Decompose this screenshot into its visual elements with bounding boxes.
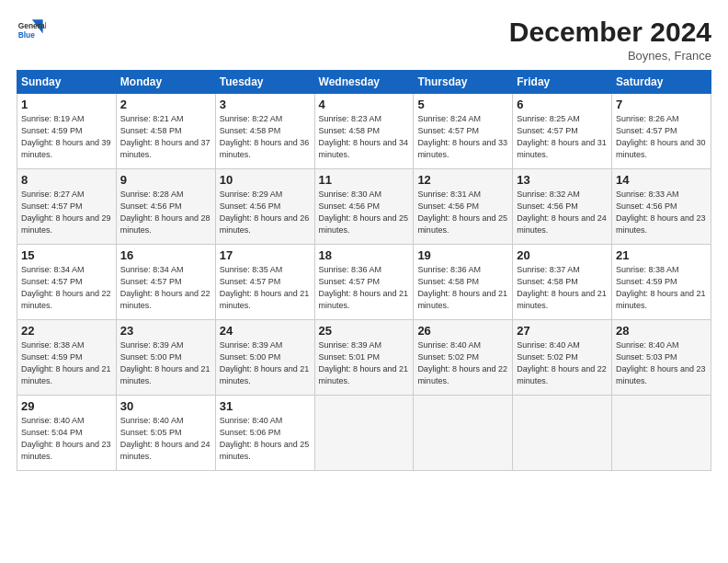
- day-number: 30: [120, 399, 211, 413]
- day-number: 20: [517, 248, 608, 262]
- day-number: 23: [120, 324, 211, 338]
- day-cell: 17Sunrise: 8:35 AMSunset: 4:57 PMDayligh…: [215, 245, 314, 320]
- day-info: Sunrise: 8:40 AMSunset: 5:02 PMDaylight:…: [417, 340, 507, 385]
- day-cell: 5Sunrise: 8:24 AMSunset: 4:57 PMDaylight…: [414, 94, 513, 169]
- day-cell: 7Sunrise: 8:26 AMSunset: 4:57 PMDaylight…: [612, 94, 711, 169]
- day-info: Sunrise: 8:35 AMSunset: 4:57 PMDaylight:…: [220, 265, 310, 310]
- day-number: 13: [517, 173, 608, 187]
- day-number: 1: [21, 98, 112, 111]
- day-cell: 30Sunrise: 8:40 AMSunset: 5:05 PMDayligh…: [116, 396, 215, 471]
- day-info: Sunrise: 8:25 AMSunset: 4:57 PMDaylight:…: [517, 114, 607, 159]
- day-number: 24: [220, 324, 311, 338]
- day-cell: 27Sunrise: 8:40 AMSunset: 5:02 PMDayligh…: [513, 320, 612, 396]
- day-cell: 9Sunrise: 8:28 AMSunset: 4:56 PMDaylight…: [116, 169, 215, 245]
- day-cell: 14Sunrise: 8:33 AMSunset: 4:56 PMDayligh…: [612, 169, 711, 245]
- day-info: Sunrise: 8:37 AMSunset: 4:58 PMDaylight:…: [517, 265, 607, 310]
- day-header-wednesday: Wednesday: [314, 71, 414, 94]
- day-cell: 13Sunrise: 8:32 AMSunset: 4:56 PMDayligh…: [513, 169, 612, 245]
- calendar-table: SundayMondayTuesdayWednesdayThursdayFrid…: [17, 70, 711, 471]
- day-number: 18: [319, 248, 410, 262]
- day-cell: 3Sunrise: 8:22 AMSunset: 4:58 PMDaylight…: [215, 94, 314, 169]
- day-cell: 4Sunrise: 8:23 AMSunset: 4:58 PMDaylight…: [314, 94, 414, 169]
- day-cell: 20Sunrise: 8:37 AMSunset: 4:58 PMDayligh…: [513, 245, 612, 320]
- week-row-2: 8Sunrise: 8:27 AMSunset: 4:57 PMDaylight…: [17, 169, 711, 245]
- day-info: Sunrise: 8:38 AMSunset: 4:59 PMDaylight:…: [616, 265, 706, 310]
- day-info: Sunrise: 8:36 AMSunset: 4:57 PMDaylight:…: [319, 265, 409, 310]
- day-cell: 6Sunrise: 8:25 AMSunset: 4:57 PMDaylight…: [513, 94, 612, 169]
- day-cell: 10Sunrise: 8:29 AMSunset: 4:56 PMDayligh…: [215, 169, 314, 245]
- day-info: Sunrise: 8:19 AMSunset: 4:59 PMDaylight:…: [21, 114, 111, 159]
- day-info: Sunrise: 8:39 AMSunset: 5:00 PMDaylight:…: [220, 340, 310, 385]
- day-number: 3: [220, 98, 311, 111]
- day-number: 15: [21, 248, 112, 262]
- day-header-tuesday: Tuesday: [215, 71, 314, 94]
- day-number: 21: [616, 248, 707, 262]
- day-cell: 31Sunrise: 8:40 AMSunset: 5:06 PMDayligh…: [215, 396, 314, 471]
- day-info: Sunrise: 8:29 AMSunset: 4:56 PMDaylight:…: [220, 190, 310, 235]
- day-info: Sunrise: 8:40 AMSunset: 5:06 PMDaylight:…: [220, 416, 310, 461]
- day-cell: 19Sunrise: 8:36 AMSunset: 4:58 PMDayligh…: [414, 245, 513, 320]
- header: General Blue December 2024 Boynes, Franc…: [17, 17, 711, 63]
- day-number: 16: [120, 248, 211, 262]
- header-row: SundayMondayTuesdayWednesdayThursdayFrid…: [17, 71, 711, 94]
- day-cell: 1Sunrise: 8:19 AMSunset: 4:59 PMDaylight…: [17, 94, 117, 169]
- day-number: 6: [517, 98, 608, 111]
- day-number: 10: [220, 173, 311, 187]
- day-number: 29: [21, 399, 112, 413]
- day-number: 25: [319, 324, 410, 338]
- day-header-sunday: Sunday: [17, 71, 117, 94]
- day-number: 22: [21, 324, 112, 338]
- day-info: Sunrise: 8:39 AMSunset: 5:00 PMDaylight:…: [120, 340, 210, 385]
- location: Boynes, France: [509, 49, 711, 63]
- day-cell: 12Sunrise: 8:31 AMSunset: 4:56 PMDayligh…: [414, 169, 513, 245]
- day-info: Sunrise: 8:40 AMSunset: 5:02 PMDaylight:…: [517, 340, 607, 385]
- week-row-4: 22Sunrise: 8:38 AMSunset: 4:59 PMDayligh…: [17, 320, 711, 396]
- day-info: Sunrise: 8:39 AMSunset: 5:01 PMDaylight:…: [319, 340, 409, 385]
- day-info: Sunrise: 8:31 AMSunset: 4:56 PMDaylight:…: [417, 190, 507, 235]
- day-info: Sunrise: 8:24 AMSunset: 4:57 PMDaylight:…: [417, 114, 507, 159]
- day-info: Sunrise: 8:30 AMSunset: 4:56 PMDaylight:…: [319, 190, 409, 235]
- day-number: 26: [417, 324, 508, 338]
- day-info: Sunrise: 8:21 AMSunset: 4:58 PMDaylight:…: [120, 114, 210, 159]
- day-cell: 24Sunrise: 8:39 AMSunset: 5:00 PMDayligh…: [215, 320, 314, 396]
- day-info: Sunrise: 8:27 AMSunset: 4:57 PMDaylight:…: [21, 190, 111, 235]
- day-cell: 29Sunrise: 8:40 AMSunset: 5:04 PMDayligh…: [17, 396, 117, 471]
- day-number: 14: [616, 173, 707, 187]
- day-number: 8: [21, 173, 112, 187]
- day-info: Sunrise: 8:36 AMSunset: 4:58 PMDaylight:…: [417, 265, 507, 310]
- day-number: 31: [220, 399, 311, 413]
- day-number: 17: [220, 248, 311, 262]
- month-title: December 2024: [509, 17, 711, 47]
- day-cell: 28Sunrise: 8:40 AMSunset: 5:03 PMDayligh…: [612, 320, 711, 396]
- day-info: Sunrise: 8:33 AMSunset: 4:56 PMDaylight:…: [616, 190, 706, 235]
- day-cell: 25Sunrise: 8:39 AMSunset: 5:01 PMDayligh…: [314, 320, 414, 396]
- day-info: Sunrise: 8:23 AMSunset: 4:58 PMDaylight:…: [319, 114, 409, 159]
- day-info: Sunrise: 8:40 AMSunset: 5:03 PMDaylight:…: [616, 340, 706, 385]
- day-cell: 8Sunrise: 8:27 AMSunset: 4:57 PMDaylight…: [17, 169, 117, 245]
- day-number: 7: [616, 98, 707, 111]
- logo-icon: General Blue: [17, 17, 46, 46]
- day-cell: 21Sunrise: 8:38 AMSunset: 4:59 PMDayligh…: [612, 245, 711, 320]
- day-number: 27: [517, 324, 608, 338]
- day-number: 9: [120, 173, 211, 187]
- day-number: 4: [319, 98, 410, 111]
- day-header-thursday: Thursday: [414, 71, 513, 94]
- day-number: 11: [319, 173, 410, 187]
- day-info: Sunrise: 8:22 AMSunset: 4:58 PMDaylight:…: [220, 114, 310, 159]
- day-header-monday: Monday: [116, 71, 215, 94]
- day-info: Sunrise: 8:40 AMSunset: 5:05 PMDaylight:…: [120, 416, 210, 461]
- logo: General Blue: [17, 17, 46, 46]
- day-info: Sunrise: 8:38 AMSunset: 4:59 PMDaylight:…: [21, 340, 111, 385]
- day-cell: [513, 396, 612, 471]
- day-cell: 11Sunrise: 8:30 AMSunset: 4:56 PMDayligh…: [314, 169, 414, 245]
- day-cell: 16Sunrise: 8:34 AMSunset: 4:57 PMDayligh…: [116, 245, 215, 320]
- day-info: Sunrise: 8:32 AMSunset: 4:56 PMDaylight:…: [517, 190, 607, 235]
- day-cell: [314, 396, 414, 471]
- day-cell: 18Sunrise: 8:36 AMSunset: 4:57 PMDayligh…: [314, 245, 414, 320]
- day-header-friday: Friday: [513, 71, 612, 94]
- day-cell: 26Sunrise: 8:40 AMSunset: 5:02 PMDayligh…: [414, 320, 513, 396]
- day-header-saturday: Saturday: [612, 71, 711, 94]
- day-number: 19: [417, 248, 508, 262]
- day-cell: [414, 396, 513, 471]
- day-cell: 2Sunrise: 8:21 AMSunset: 4:58 PMDaylight…: [116, 94, 215, 169]
